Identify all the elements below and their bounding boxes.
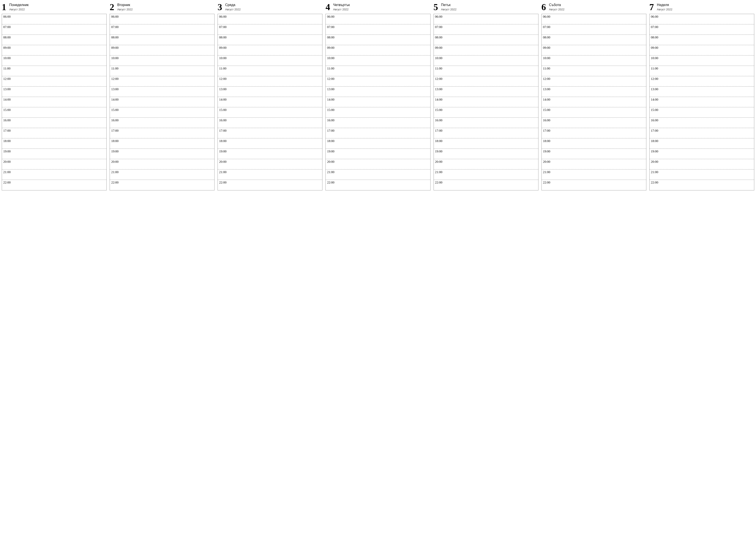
hour-slot[interactable]: 17:00: [110, 128, 214, 138]
hour-slot[interactable]: 08:00: [2, 35, 106, 45]
hour-slot[interactable]: 15:00: [110, 107, 214, 118]
hour-slot[interactable]: 20:00: [542, 159, 646, 169]
hour-slot[interactable]: 21:00: [542, 169, 646, 180]
hour-slot[interactable]: 14:00: [2, 97, 106, 107]
hour-slot[interactable]: 20:00: [434, 159, 538, 169]
hour-slot[interactable]: 07:00: [326, 24, 430, 35]
hour-slot[interactable]: 22:00: [542, 180, 646, 190]
hour-slot[interactable]: 10:00: [326, 55, 430, 66]
hour-slot[interactable]: 14:00: [542, 97, 646, 107]
hour-slot[interactable]: 21:00: [650, 169, 754, 180]
hour-slot[interactable]: 16:00: [110, 118, 214, 128]
hour-slot[interactable]: 19:00: [542, 149, 646, 159]
hour-slot[interactable]: 16:00: [326, 118, 430, 128]
hour-slot[interactable]: 13:00: [2, 87, 106, 97]
hour-slot[interactable]: 06:00: [2, 14, 106, 24]
hour-slot[interactable]: 22:00: [110, 180, 214, 190]
hour-slot[interactable]: 06:00: [110, 14, 214, 24]
hour-slot[interactable]: 20:00: [110, 159, 214, 169]
hour-slot[interactable]: 14:00: [650, 97, 754, 107]
hour-slot[interactable]: 21:00: [326, 169, 430, 180]
hour-slot[interactable]: 18:00: [218, 138, 322, 149]
hour-slot[interactable]: 16:00: [2, 118, 106, 128]
hour-slot[interactable]: 15:00: [326, 107, 430, 118]
hour-slot[interactable]: 19:00: [110, 149, 214, 159]
hour-slot[interactable]: 15:00: [650, 107, 754, 118]
hour-slot[interactable]: 09:00: [218, 45, 322, 55]
hour-slot[interactable]: 14:00: [110, 97, 214, 107]
hour-slot[interactable]: 14:00: [326, 97, 430, 107]
hour-slot[interactable]: 17:00: [542, 128, 646, 138]
hour-slot[interactable]: 08:00: [326, 35, 430, 45]
hour-slot[interactable]: 17:00: [434, 128, 538, 138]
hour-slot[interactable]: 08:00: [434, 35, 538, 45]
hour-slot[interactable]: 17:00: [2, 128, 106, 138]
hour-slot[interactable]: 12:00: [542, 76, 646, 87]
hour-slot[interactable]: 19:00: [650, 149, 754, 159]
hour-slot[interactable]: 13:00: [110, 87, 214, 97]
hour-slot[interactable]: 20:00: [650, 159, 754, 169]
hour-slot[interactable]: 14:00: [218, 97, 322, 107]
hour-slot[interactable]: 13:00: [542, 87, 646, 97]
hour-slot[interactable]: 20:00: [2, 159, 106, 169]
hour-slot[interactable]: 22:00: [2, 180, 106, 190]
hour-slot[interactable]: 09:00: [434, 45, 538, 55]
hour-slot[interactable]: 10:00: [2, 55, 106, 66]
hour-slot[interactable]: 16:00: [218, 118, 322, 128]
hour-slot[interactable]: 12:00: [110, 76, 214, 87]
hour-slot[interactable]: 10:00: [110, 55, 214, 66]
hour-slot[interactable]: 08:00: [542, 35, 646, 45]
hour-slot[interactable]: 10:00: [434, 55, 538, 66]
hour-slot[interactable]: 08:00: [110, 35, 214, 45]
hour-slot[interactable]: 19:00: [434, 149, 538, 159]
hour-slot[interactable]: 21:00: [434, 169, 538, 180]
hour-slot[interactable]: 14:00: [434, 97, 538, 107]
hour-slot[interactable]: 22:00: [326, 180, 430, 190]
hour-slot[interactable]: 11:00: [326, 66, 430, 76]
hour-slot[interactable]: 11:00: [650, 66, 754, 76]
hour-slot[interactable]: 13:00: [218, 87, 322, 97]
hour-slot[interactable]: 12:00: [650, 76, 754, 87]
hour-slot[interactable]: 18:00: [326, 138, 430, 149]
hour-slot[interactable]: 10:00: [542, 55, 646, 66]
hour-slot[interactable]: 21:00: [218, 169, 322, 180]
hour-slot[interactable]: 11:00: [542, 66, 646, 76]
hour-slot[interactable]: 13:00: [326, 87, 430, 97]
hour-slot[interactable]: 09:00: [110, 45, 214, 55]
hour-slot[interactable]: 06:00: [434, 14, 538, 24]
hour-slot[interactable]: 22:00: [650, 180, 754, 190]
hour-slot[interactable]: 07:00: [218, 24, 322, 35]
hour-slot[interactable]: 07:00: [542, 24, 646, 35]
hour-slot[interactable]: 16:00: [434, 118, 538, 128]
hour-slot[interactable]: 15:00: [2, 107, 106, 118]
hour-slot[interactable]: 07:00: [2, 24, 106, 35]
hour-slot[interactable]: 20:00: [218, 159, 322, 169]
hour-slot[interactable]: 18:00: [434, 138, 538, 149]
hour-slot[interactable]: 11:00: [218, 66, 322, 76]
hour-slot[interactable]: 20:00: [326, 159, 430, 169]
hour-slot[interactable]: 18:00: [2, 138, 106, 149]
hour-slot[interactable]: 18:00: [110, 138, 214, 149]
hour-slot[interactable]: 19:00: [326, 149, 430, 159]
hour-slot[interactable]: 10:00: [650, 55, 754, 66]
hour-slot[interactable]: 12:00: [326, 76, 430, 87]
hour-slot[interactable]: 09:00: [542, 45, 646, 55]
hour-slot[interactable]: 22:00: [434, 180, 538, 190]
hour-slot[interactable]: 06:00: [218, 14, 322, 24]
hour-slot[interactable]: 08:00: [650, 35, 754, 45]
hour-slot[interactable]: 12:00: [218, 76, 322, 87]
hour-slot[interactable]: 07:00: [434, 24, 538, 35]
hour-slot[interactable]: 12:00: [434, 76, 538, 87]
hour-slot[interactable]: 17:00: [218, 128, 322, 138]
hour-slot[interactable]: 19:00: [2, 149, 106, 159]
hour-slot[interactable]: 15:00: [542, 107, 646, 118]
hour-slot[interactable]: 18:00: [650, 138, 754, 149]
hour-slot[interactable]: 22:00: [218, 180, 322, 190]
hour-slot[interactable]: 06:00: [542, 14, 646, 24]
hour-slot[interactable]: 16:00: [542, 118, 646, 128]
hour-slot[interactable]: 21:00: [2, 169, 106, 180]
hour-slot[interactable]: 11:00: [2, 66, 106, 76]
hour-slot[interactable]: 06:00: [326, 14, 430, 24]
hour-slot[interactable]: 17:00: [650, 128, 754, 138]
hour-slot[interactable]: 13:00: [434, 87, 538, 97]
